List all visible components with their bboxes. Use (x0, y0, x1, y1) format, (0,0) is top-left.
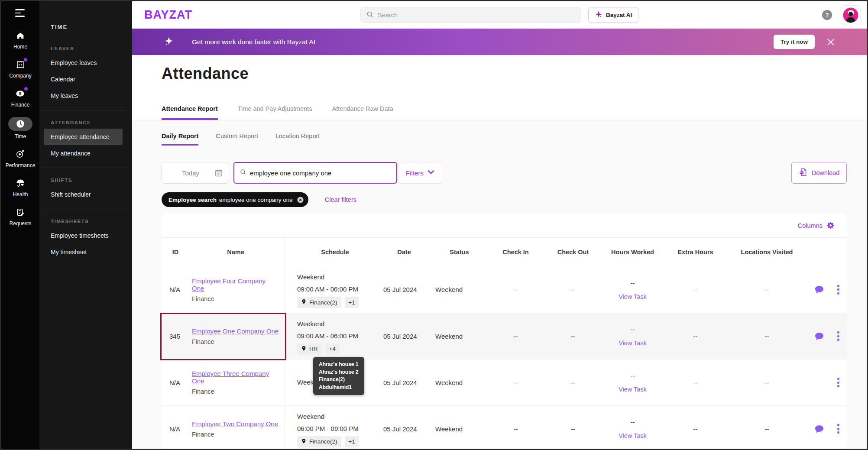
sidebar-item-calendar[interactable]: Calendar (39, 71, 132, 87)
row-menu-icon[interactable] (836, 422, 841, 435)
subtab-daily-report[interactable]: Daily Report (162, 133, 198, 146)
check-out-cell: -- (543, 313, 603, 359)
hours-worked-value: -- (631, 372, 635, 379)
tooltip-line: Ahraz's house 1 (319, 361, 359, 369)
filters-button[interactable]: Filters (398, 162, 443, 184)
date-cell: 05 Jul 2024 (378, 406, 430, 450)
chat-icon[interactable] (814, 331, 824, 341)
global-search-input[interactable] (378, 12, 576, 19)
sidebar-item-employee-attendance[interactable]: Employee attendance (44, 129, 123, 145)
location-pin-icon (301, 438, 307, 446)
report-card: Columns IDNameScheduleDateStatusCheck In… (162, 214, 847, 450)
status-cell: Weekend (430, 266, 489, 313)
date-picker[interactable]: Today (162, 162, 229, 184)
company-icon (16, 59, 25, 70)
bayzat-logo[interactable]: BAYZAT (144, 8, 192, 22)
location-chip[interactable]: HR (297, 343, 322, 355)
more-locations-chip[interactable]: +1 (345, 436, 359, 447)
subtab-custom-report[interactable]: Custom Report (216, 133, 258, 146)
employee-link[interactable]: Employee Three Company One (192, 370, 279, 385)
remove-filter-icon[interactable] (297, 196, 304, 204)
more-locations-chip[interactable]: +1 (345, 297, 359, 308)
sidebar-item-employee-leaves[interactable]: Employee leaves (39, 55, 132, 71)
main-tabs: Attendance ReportTime and Pay Adjustment… (162, 105, 867, 120)
table-row: N/AEmployee Two Company OneFinanceWeeken… (162, 405, 847, 450)
schedule-time: 09:00 AM - 06:00 PM (297, 283, 373, 295)
column-header-actions (805, 238, 847, 266)
name-cell: Employee Three Company OneFinance (187, 359, 285, 405)
topbar: BAYZAT Bayzat AI ? (132, 1, 867, 29)
employee-link[interactable]: Employee Four Company One (192, 277, 279, 292)
sidebar-item-company[interactable]: Company (6, 59, 36, 79)
menu-section-leaves: LEAVESEmployee leavesCalendarMy leaves (39, 36, 132, 104)
avatar[interactable] (841, 5, 861, 25)
location-chip[interactable]: Finance(2) (297, 436, 341, 447)
tooltip-line: Abdulhamid1 (319, 384, 359, 392)
column-header-name: Name (187, 238, 285, 266)
health-icon (16, 178, 25, 189)
more-locations-chip[interactable]: +4 (325, 343, 340, 355)
search-icon (240, 168, 246, 177)
menu-toggle-icon[interactable] (15, 9, 26, 17)
app-window: HomeCompany$FinanceTimePerformanceHealth… (0, 0, 868, 450)
home-icon (16, 30, 25, 41)
close-icon[interactable] (826, 37, 836, 47)
sidebar-item-employee-timesheets[interactable]: Employee timesheets (39, 227, 127, 244)
employee-search-input[interactable] (250, 169, 391, 177)
sidebar-item-label: Requests (10, 220, 32, 227)
department-label: Finance (192, 338, 279, 345)
row-menu-icon[interactable] (836, 330, 841, 343)
bayzat-ai-button[interactable]: Bayzat AI (588, 7, 638, 23)
chat-icon[interactable] (814, 424, 824, 434)
row-menu-icon[interactable] (836, 376, 841, 389)
sidebar-item-performance[interactable]: Performance (6, 149, 36, 168)
view-task-link[interactable]: View Task (619, 293, 647, 300)
sidebar-item-health[interactable]: Health (6, 178, 36, 197)
help-icon[interactable]: ? (822, 10, 832, 20)
column-header-extra-hours: Extra Hours (662, 238, 729, 266)
employee-id: N/A (162, 359, 187, 405)
sidebar-item-requests[interactable]: Requests (6, 207, 36, 227)
sidebar-item-label: Time (15, 133, 26, 139)
sidebar-item-shift-scheduler[interactable]: Shift scheduler (39, 186, 127, 203)
sidebar-item-my-attendance[interactable]: My attendance (39, 145, 127, 162)
columns-button[interactable]: Columns (798, 222, 823, 229)
menu-section-heading: TIMESHEETS (39, 214, 127, 227)
sidebar-item-finance[interactable]: $Finance (6, 88, 36, 108)
sidebar-item-my-timesheet[interactable]: My timesheet (39, 244, 127, 260)
hours-worked-value: -- (631, 418, 635, 426)
try-it-now-button[interactable]: Try it now (774, 35, 815, 49)
tab-attendance-raw-data[interactable]: Attendance Raw Data (332, 105, 393, 120)
check-out-cell: -- (543, 359, 603, 405)
filter-row: Today Filters XLS Download (162, 162, 847, 184)
global-search[interactable] (360, 7, 581, 23)
department-label: Finance (192, 295, 279, 302)
check-in-cell: -- (489, 313, 543, 359)
clear-filters-link[interactable]: Clear filters (325, 196, 356, 203)
tab-attendance-report[interactable]: Attendance Report (162, 105, 218, 120)
column-header-status: Status (430, 238, 489, 266)
page-header: Attendance Attendance ReportTime and Pay… (132, 55, 867, 120)
notification-dot (24, 58, 27, 62)
location-chip[interactable]: Finance(2) (297, 297, 341, 308)
report-subtabs: Daily ReportCustom ReportLocation Report (162, 133, 847, 146)
download-button[interactable]: XLS Download (791, 162, 847, 184)
gear-icon[interactable] (826, 221, 835, 230)
view-task-link[interactable]: View Task (619, 432, 647, 439)
employee-link[interactable]: Employee One Company One (192, 327, 279, 335)
row-menu-icon[interactable] (836, 283, 841, 296)
name-cell: Employee Two Company OneFinance (187, 406, 285, 450)
sidebar-item-label: Home (13, 44, 27, 50)
sidebar-item-time[interactable]: Time (6, 117, 36, 139)
employee-search[interactable] (233, 162, 397, 184)
subtab-location-report[interactable]: Location Report (275, 133, 320, 146)
chat-icon[interactable] (814, 285, 824, 295)
page-title: Attendance (162, 65, 867, 83)
tab-time-and-pay-adjustments[interactable]: Time and Pay Adjustments (238, 105, 312, 120)
view-task-link[interactable]: View Task (619, 340, 647, 346)
view-task-link[interactable]: View Task (619, 386, 647, 393)
employee-link[interactable]: Employee Two Company One (192, 420, 279, 427)
menu-section-timesheets: TIMESHEETSEmployee timesheetsMy timeshee… (39, 209, 127, 260)
sidebar-item-home[interactable]: Home (6, 30, 36, 50)
sidebar-item-my-leaves[interactable]: My leaves (39, 87, 132, 104)
